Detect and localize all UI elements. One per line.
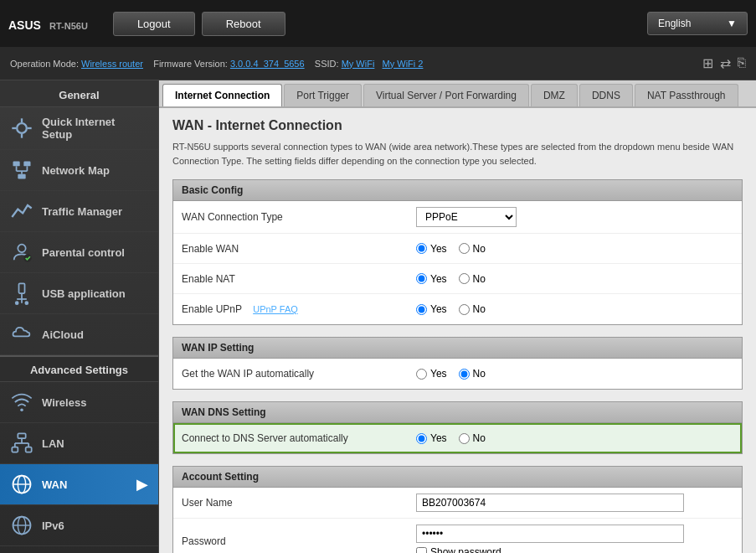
wan-icon — [10, 473, 33, 496]
main-layout: General Quick InternetSetup Network Map … — [0, 80, 756, 553]
sidebar-item-usb-application[interactable]: USB application — [0, 273, 158, 314]
enable-wan-yes[interactable]: Yes — [416, 243, 447, 255]
wireless-icon — [10, 390, 33, 414]
ipv6-label: IPv6 — [42, 519, 64, 532]
svg-point-12 — [18, 245, 25, 252]
enable-wan-no[interactable]: No — [459, 243, 486, 255]
sidebar-item-vpn[interactable]: VPN — [0, 546, 158, 553]
wan-dns-header: WAN DNS Setting — [172, 401, 743, 422]
svg-rect-5 — [13, 162, 20, 167]
enable-nat-no-radio[interactable] — [459, 273, 470, 284]
sidebar-item-quick-internet-setup[interactable]: Quick InternetSetup — [0, 107, 158, 150]
parental-control-icon — [10, 240, 33, 264]
wan-connection-type-control: PPPoE — [416, 207, 517, 227]
sidebar-item-traffic-manager[interactable]: Traffic Manager — [0, 191, 158, 232]
tab-bar: Internet Connection Port Trigger Virtual… — [159, 80, 756, 108]
tab-nat-passthrough[interactable]: NAT Passthrough — [635, 84, 738, 106]
password-control: Show password — [416, 525, 684, 553]
traffic-manager-icon — [10, 199, 33, 223]
username-control — [416, 494, 684, 512]
wan-ip-header: WAN IP Setting — [172, 337, 743, 358]
get-wan-ip-no[interactable]: No — [459, 368, 486, 380]
username-row: User Name — [173, 488, 742, 519]
password-input[interactable] — [416, 525, 684, 543]
svg-rect-21 — [12, 447, 18, 452]
lan-label: LAN — [42, 437, 64, 450]
enable-nat-row: Enable NAT Yes No — [173, 264, 742, 294]
top-bar: ASUS RT-N56U Logout Reboot English ▼ — [0, 0, 756, 47]
tab-virtual-server[interactable]: Virtual Server / Port Forwarding — [363, 84, 529, 106]
enable-upnp-yes-radio[interactable] — [416, 304, 427, 315]
show-password-checkbox[interactable] — [416, 547, 427, 554]
show-password-option[interactable]: Show password — [416, 546, 501, 553]
ipv6-icon — [10, 514, 33, 537]
connect-dns-no[interactable]: No — [459, 432, 486, 444]
info-icons: ⊞ ⇄ ⎘ — [702, 55, 746, 71]
enable-nat-no[interactable]: No — [459, 273, 486, 285]
sidebar-item-wan[interactable]: WAN ▶ — [0, 464, 158, 505]
get-wan-ip-control: Yes No — [416, 368, 486, 380]
enable-nat-yes-radio[interactable] — [416, 273, 427, 284]
tab-port-trigger[interactable]: Port Trigger — [284, 84, 362, 106]
operation-mode-text: Operation Mode: Wireless router Firmware… — [10, 59, 423, 69]
enable-upnp-no[interactable]: No — [459, 303, 486, 315]
sidebar-general-title: General — [0, 80, 158, 107]
connect-dns-no-radio[interactable] — [459, 433, 470, 444]
reboot-button[interactable]: Reboot — [202, 12, 285, 36]
ssid2-link[interactable]: My WiFi 2 — [383, 59, 424, 69]
basic-config-section: WAN Connection Type PPPoE Enable WAN Yes — [172, 200, 743, 325]
username-input[interactable] — [416, 494, 684, 512]
wireless-label: Wireless — [42, 396, 86, 409]
tab-ddns[interactable]: DDNS — [579, 84, 633, 106]
traffic-manager-label: Traffic Manager — [42, 205, 122, 218]
connect-dns-yes[interactable]: Yes — [416, 432, 447, 444]
upnp-faq-link[interactable]: UPnP FAQ — [253, 304, 298, 314]
svg-point-19 — [20, 409, 23, 412]
aicloud-icon — [10, 323, 33, 346]
logo: ASUS RT-N56U — [8, 13, 88, 34]
ssid1-link[interactable]: My WiFi — [342, 59, 375, 69]
page-description: RT-N56U supports several connection type… — [172, 140, 743, 168]
enable-wan-no-radio[interactable] — [459, 243, 470, 254]
aicloud-label: AiCloud — [42, 328, 84, 341]
sidebar-item-wireless[interactable]: Wireless — [0, 382, 158, 423]
enable-wan-yes-radio[interactable] — [416, 243, 427, 254]
enable-upnp-label: Enable UPnP UPnP FAQ — [182, 303, 416, 315]
connect-dns-yes-radio[interactable] — [416, 433, 427, 444]
sidebar-item-parental-control[interactable]: Parental control — [0, 232, 158, 273]
wan-connection-type-row: WAN Connection Type PPPoE — [173, 201, 742, 234]
enable-nat-label: Enable NAT — [182, 273, 416, 285]
tab-internet-connection[interactable]: Internet Connection — [162, 84, 282, 106]
password-label: Password — [182, 535, 416, 547]
wan-ip-section: Get the WAN IP automatically Yes No — [172, 358, 743, 390]
usb-application-label: USB application — [42, 287, 126, 300]
svg-point-17 — [25, 301, 29, 305]
enable-upnp-yes[interactable]: Yes — [416, 303, 447, 315]
operation-mode-link[interactable]: Wireless router — [81, 59, 143, 69]
wan-connection-type-label: WAN Connection Type — [182, 211, 416, 223]
sidebar-item-lan[interactable]: LAN — [0, 423, 158, 464]
enable-nat-yes[interactable]: Yes — [416, 273, 447, 285]
basic-config-header: Basic Config — [172, 179, 743, 200]
get-wan-ip-yes-radio[interactable] — [416, 369, 427, 380]
sidebar-item-network-map[interactable]: Network Map — [0, 150, 158, 191]
sidebar-active-arrow: ▶ — [136, 475, 148, 494]
svg-rect-7 — [18, 174, 25, 179]
wan-connection-type-select[interactable]: PPPoE — [416, 207, 517, 227]
sidebar-item-ipv6[interactable]: IPv6 — [0, 505, 158, 546]
enable-wan-row: Enable WAN Yes No — [173, 234, 742, 264]
enable-nat-control: Yes No — [416, 273, 486, 285]
logout-button[interactable]: Logout — [113, 12, 195, 36]
enable-upnp-no-radio[interactable] — [459, 304, 470, 315]
language-selector[interactable]: English ▼ — [647, 12, 748, 35]
get-wan-ip-row: Get the WAN IP automatically Yes No — [173, 359, 742, 389]
get-wan-ip-no-radio[interactable] — [459, 369, 470, 380]
lan-icon — [10, 432, 33, 455]
network-status-icon: ⊞ — [702, 55, 713, 71]
wifi-icon: ⇄ — [720, 55, 731, 71]
firmware-link[interactable]: 3.0.0.4_374_5656 — [230, 59, 305, 69]
sidebar-item-aicloud[interactable]: AiCloud — [0, 314, 158, 355]
get-wan-ip-yes[interactable]: Yes — [416, 368, 447, 380]
network-map-label: Network Map — [42, 164, 110, 177]
tab-dmz[interactable]: DMZ — [531, 84, 578, 106]
